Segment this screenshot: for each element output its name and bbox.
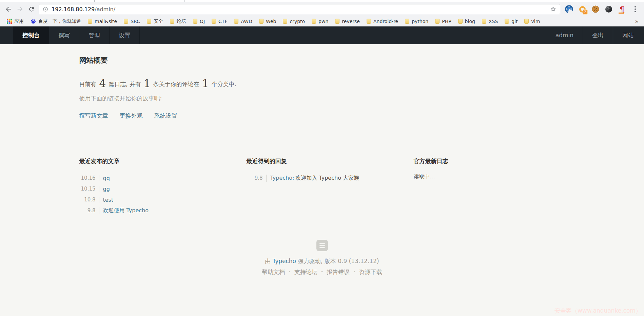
hackbar-pilcrow-extension-icon[interactable]: ¶: [617, 4, 627, 14]
back-button[interactable]: [3, 3, 14, 15]
footer-link[interactable]: 帮助文档: [262, 269, 285, 275]
post-row: 9.8欢迎使用 Typecho: [79, 205, 231, 216]
footer: 由Typecho强力驱动, 版本 0.9 (13.12.12) 帮助文档•支持论…: [79, 240, 565, 276]
bookmark-label: reverse: [342, 19, 360, 24]
bookmark-folder-item[interactable]: python: [402, 16, 432, 26]
post-title-link[interactable]: gg: [103, 186, 110, 192]
jquery-extension-icon[interactable]: [564, 4, 574, 14]
post-date: 9.8: [79, 208, 96, 214]
bookmark-folder-item[interactable]: OJ: [190, 16, 208, 26]
recent-posts-column: 最近发布的文章 10.16qq10.15gg10.8test9.8欢迎使用 Ty…: [79, 157, 231, 216]
post-body: test: [99, 197, 114, 203]
bookmark-folder-item[interactable]: Android-re: [363, 16, 402, 26]
forward-button[interactable]: [14, 3, 26, 15]
bookmark-folder-item[interactable]: SRC: [120, 16, 143, 26]
bookmark-folder-item[interactable]: AWD: [231, 16, 255, 26]
bookmark-folder-item[interactable]: 论坛: [167, 16, 190, 26]
bookmark-star-icon[interactable]: [550, 6, 557, 13]
folder-icon: [458, 19, 463, 24]
bookmark-folder-item[interactable]: vim: [521, 16, 543, 26]
bookmark-baidu[interactable]: 百度一下，你就知道: [27, 16, 84, 26]
nav-item-settings[interactable]: 设置: [109, 26, 140, 44]
admin-navbar: 控制台撰写管理设置 admin登出网站: [0, 26, 644, 44]
folder-icon: [405, 19, 409, 24]
folder-icon: [193, 19, 197, 24]
bookmark-folder-item[interactable]: XSS: [479, 16, 501, 26]
quick-links: 撰写新文章更换外观系统设置: [79, 112, 565, 120]
nav-item-site[interactable]: 网站: [613, 26, 643, 44]
bookmark-folder-item[interactable]: PHP: [432, 16, 454, 26]
bookmark-folder-item[interactable]: crypto: [279, 16, 308, 26]
bookmarks-bar: 应用 百度一下，你就知道 mail&siteSRC安全论坛OJCTFAWDWeb…: [0, 16, 644, 26]
bookmark-label: 应用: [14, 18, 24, 24]
bookmark-label: AWD: [241, 19, 252, 24]
bookmark-folder-item[interactable]: Web: [256, 16, 280, 26]
bookmark-apps[interactable]: 应用: [3, 16, 27, 26]
bookmark-folder-item[interactable]: CTF: [208, 16, 231, 26]
bookmark-folder-item[interactable]: pwn: [308, 16, 332, 26]
comment-row: 9.8 Typecho:欢迎加入 Typecho 大家族: [247, 173, 398, 183]
post-date: 10.16: [79, 175, 96, 181]
url-bar[interactable]: 192.168.80.129/admin/: [39, 4, 560, 14]
bookmarks-overflow-chevron[interactable]: »: [633, 18, 641, 25]
quick-link-change-theme[interactable]: 更换外观: [120, 112, 143, 119]
bookmark-folder-item[interactable]: blog: [455, 16, 479, 26]
folder-icon: [147, 19, 151, 24]
folder-icon: [367, 19, 371, 24]
recent-comments-column: 最近得到的回复 9.8 Typecho:欢迎加入 Typecho 大家族: [247, 157, 398, 216]
powered-prefix: 由: [265, 258, 271, 264]
page-info-icon[interactable]: [42, 6, 48, 12]
folder-icon: [234, 19, 238, 24]
browser-menu-button[interactable]: [630, 4, 640, 14]
bookmark-label: git: [511, 19, 518, 24]
nav-item-user[interactable]: admin: [546, 26, 583, 44]
folder-icon: [88, 19, 92, 24]
folder-icon: [505, 19, 509, 24]
stats-text: 个分类中.: [212, 81, 236, 87]
footer-links: 帮助文档•支持论坛•报告错误•资源下载: [79, 268, 565, 276]
typecho-link[interactable]: Typecho: [272, 258, 296, 264]
proxy-extension-icon[interactable]: [604, 4, 613, 14]
bookmark-label: XSS: [489, 19, 498, 24]
bookmark-label: OJ: [200, 19, 205, 24]
extension-badge: 2: [583, 9, 588, 15]
quick-link-write-new-post[interactable]: 撰写新文章: [79, 112, 108, 119]
bookmark-folder-item[interactable]: mail&site: [84, 16, 120, 26]
bookmark-folder-item[interactable]: 安全: [143, 16, 167, 26]
nav-item-logout[interactable]: 登出: [583, 26, 613, 44]
comment-author-link[interactable]: Typecho:: [270, 175, 294, 181]
nav-item-console[interactable]: 控制台: [13, 26, 49, 44]
watermark: 安全客（www.anquanke.com）: [554, 307, 641, 315]
reload-button[interactable]: [26, 3, 37, 15]
quick-link-system-settings[interactable]: 系统设置: [154, 112, 177, 119]
extensions-row: 2 ¶: [563, 4, 641, 14]
post-title-link[interactable]: qq: [103, 175, 110, 181]
nav-item-write[interactable]: 撰写: [49, 26, 79, 44]
bookmark-label: Web: [266, 19, 276, 24]
folder-icon: [335, 19, 339, 24]
footer-link[interactable]: 资源下载: [359, 269, 382, 275]
post-title-link[interactable]: 欢迎使用 Typecho: [103, 207, 149, 214]
post-body: qq: [99, 175, 110, 181]
dot-separator: •: [353, 269, 356, 274]
bookmark-folder-item[interactable]: git: [501, 16, 521, 26]
footer-link[interactable]: 支持论坛: [294, 269, 317, 275]
bookmark-folder-item[interactable]: reverse: [332, 16, 363, 26]
cookie-extension-icon[interactable]: [591, 4, 600, 14]
bookmarks-folder-list: mail&siteSRC安全论坛OJCTFAWDWebcryptopwnreve…: [84, 16, 543, 26]
bookmark-label: blog: [465, 19, 475, 24]
footer-link[interactable]: 报告错误: [327, 269, 350, 275]
bookmark-label: python: [412, 19, 428, 24]
powered-line: 由Typecho强力驱动, 版本 0.9 (13.12.12): [79, 257, 565, 265]
baidu-paw-icon: [31, 19, 36, 24]
nav-item-manage[interactable]: 管理: [79, 26, 109, 44]
recent-posts-list: 10.16qq10.15gg10.8test9.8欢迎使用 Typecho: [79, 173, 231, 216]
reload-icon: [28, 6, 35, 13]
comments-count: 1: [144, 77, 151, 90]
post-date: 10.15: [79, 186, 96, 192]
folder-icon: [482, 19, 486, 24]
post-title-link[interactable]: test: [103, 197, 114, 203]
bookmark-label: 百度一下，你就知道: [38, 18, 81, 24]
browser-toolbar: 192.168.80.129/admin/ 2: [0, 2, 644, 16]
cookies-manager-extension-icon[interactable]: 2: [578, 4, 587, 14]
